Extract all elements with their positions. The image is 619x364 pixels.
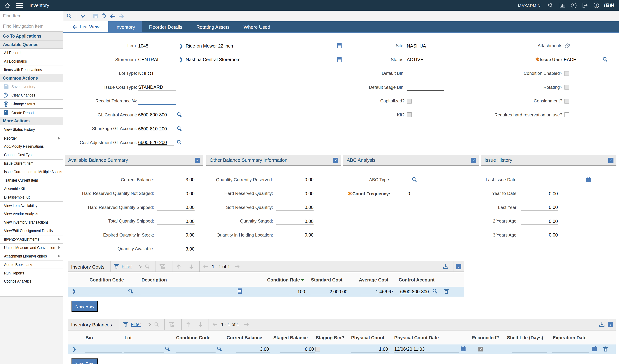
chevron-right-icon[interactable]: ❯: [179, 43, 183, 48]
select-abc-type-icon[interactable]: [412, 177, 417, 182]
lot-type-input[interactable]: NOLOT: [138, 71, 154, 76]
select-gl-account-icon[interactable]: [176, 126, 182, 131]
column-header[interactable]: Shelf Life (Days): [507, 335, 543, 340]
filter-link[interactable]: Filter: [131, 322, 141, 327]
site-input[interactable]: NASHUA: [407, 43, 426, 48]
select-condition-code-icon[interactable]: [128, 288, 133, 294]
column-header[interactable]: Condition Code: [176, 335, 210, 340]
expand-filter-icon[interactable]: [148, 323, 151, 326]
column-header[interactable]: Condition Rate: [267, 277, 304, 282]
capitalized-checkbox[interactable]: [407, 98, 412, 103]
minimize-table-icon[interactable]: ↙: [456, 264, 461, 269]
column-header[interactable]: Lot: [125, 335, 132, 340]
section-go-to-applications[interactable]: Go To Applications: [0, 32, 63, 40]
issue-unit-input[interactable]: EACH: [564, 57, 577, 62]
select-control-account-icon[interactable]: [432, 288, 438, 294]
previous-record-icon[interactable]: [110, 14, 116, 18]
consignment-checkbox[interactable]: [564, 98, 569, 103]
lot-input[interactable]: [124, 346, 164, 353]
more-action-item[interactable]: Transfer Current Item: [0, 176, 63, 184]
reconciled-checkbox[interactable]: [478, 347, 483, 351]
expand-filter-icon[interactable]: [139, 265, 142, 269]
condition-code-input[interactable]: [89, 288, 126, 295]
action-clear-changes[interactable]: Clear Changes: [0, 91, 63, 100]
long-description-icon[interactable]: [337, 57, 341, 62]
cost-adjustment-gl-account-link[interactable]: 6600-820-200: [138, 140, 167, 145]
column-header[interactable]: Description: [141, 277, 167, 282]
more-action-item[interactable]: View Status History: [0, 125, 63, 134]
filter-link[interactable]: Filter: [122, 264, 132, 269]
action-save-inventory[interactable]: Save Inventory: [0, 82, 63, 91]
more-action-item[interactable]: Unit of Measure and Conversion: [0, 243, 63, 252]
more-action-item[interactable]: Run Reports: [0, 269, 63, 277]
expand-row-icon[interactable]: ❯: [72, 346, 76, 352]
expand-row-icon[interactable]: ❯: [72, 288, 76, 294]
select-gl-account-icon[interactable]: [176, 112, 182, 117]
bar-chart-icon[interactable]: [560, 2, 565, 8]
more-action-item[interactable]: Cognos Analytics: [0, 277, 63, 285]
home-icon[interactable]: [4, 2, 10, 8]
minimize-panel-icon[interactable]: ↙: [195, 158, 200, 163]
description-input[interactable]: [141, 288, 235, 295]
shrinkage-gl-account-link[interactable]: 6600-810-200: [138, 126, 167, 131]
more-action-item[interactable]: View Vendor Analysis: [0, 210, 63, 218]
column-header[interactable]: Bin: [85, 335, 93, 340]
column-header[interactable]: Physical Count: [351, 335, 384, 340]
gl-control-account-link[interactable]: 6600-800-800: [138, 112, 167, 117]
column-header[interactable]: Standard Cost: [311, 277, 342, 282]
find-item-input[interactable]: [0, 13, 63, 18]
select-condition-code-icon[interactable]: [217, 346, 222, 352]
storeroom-input[interactable]: CENTRAL: [138, 57, 160, 62]
inventory-costs-row[interactable]: ❯ 100 2,000.00 1,466.67 6600-800-800: [68, 287, 464, 297]
user-name[interactable]: MAXADMIN: [518, 3, 541, 8]
rotating-checkbox[interactable]: [564, 85, 569, 89]
count-frequency-input[interactable]: 0: [408, 191, 410, 196]
calendar-icon[interactable]: [586, 177, 591, 182]
action-create-report[interactable]: Create Report: [0, 108, 63, 117]
query-item[interactable]: Items with Reservations: [0, 65, 63, 74]
control-account-link[interactable]: 6600-800-800: [400, 289, 429, 294]
section-available-queries[interactable]: Available Queries: [0, 40, 63, 49]
inventory-balances-row[interactable]: ❯ 3.00 0.00 1.00 12/06/20 11:03: [68, 344, 616, 354]
more-action-item[interactable]: Issue Current Item: [0, 159, 63, 168]
new-row-button[interactable]: New Row: [71, 301, 98, 312]
more-action-item[interactable]: Reorder: [0, 134, 63, 142]
section-more-actions[interactable]: More Actions: [0, 117, 63, 125]
status-input[interactable]: ACTIVE: [407, 57, 423, 62]
kit-checkbox[interactable]: [407, 112, 412, 117]
bin-input[interactable]: [85, 346, 122, 353]
column-header[interactable]: Average Cost: [359, 277, 388, 282]
tab[interactable]: Reorder Details: [142, 21, 189, 32]
list-view-link[interactable]: List View: [63, 21, 108, 32]
more-action-item[interactable]: View Item Availability: [0, 201, 63, 210]
minimize-panel-icon[interactable]: ↙: [471, 158, 477, 163]
delete-row-icon[interactable]: [444, 288, 449, 294]
more-action-item[interactable]: View/Edit Consignment Details: [0, 226, 63, 235]
shelf-life-input[interactable]: [512, 346, 547, 353]
column-header[interactable]: Condition Code: [89, 277, 124, 282]
requires-hard-reservation-checkbox[interactable]: [564, 112, 569, 117]
select-lot-icon[interactable]: [165, 346, 170, 352]
logout-icon[interactable]: [582, 2, 588, 8]
search-icon[interactable]: [66, 13, 72, 19]
find-navigation-input[interactable]: [0, 24, 63, 29]
staging-bin-checkbox[interactable]: [315, 347, 320, 351]
column-header[interactable]: Current Balance: [226, 335, 262, 340]
minimize-panel-icon[interactable]: ↙: [333, 158, 338, 163]
item-description-input[interactable]: Ride-on Mower 22 inch: [186, 43, 233, 48]
more-action-item[interactable]: View Inventory Transactions: [0, 218, 63, 226]
condition-code-input[interactable]: [176, 346, 216, 353]
more-action-item[interactable]: Disassemble Kit: [0, 193, 63, 201]
filter-icon[interactable]: [114, 264, 119, 269]
help-icon[interactable]: ?: [593, 2, 599, 8]
tab[interactable]: Where Used: [237, 21, 277, 32]
paperclip-icon[interactable]: [565, 43, 570, 48]
delete-row-icon[interactable]: [603, 346, 608, 352]
more-action-item[interactable]: Add/Modify Reservations: [0, 142, 63, 151]
chevron-right-icon[interactable]: ❯: [179, 57, 183, 62]
more-action-item[interactable]: Assemble Kit: [0, 184, 63, 193]
filter-icon[interactable]: [123, 322, 128, 327]
column-header[interactable]: Reconciled?: [472, 335, 499, 340]
menu-icon[interactable]: [16, 2, 22, 8]
expiration-date-input[interactable]: [552, 346, 589, 353]
